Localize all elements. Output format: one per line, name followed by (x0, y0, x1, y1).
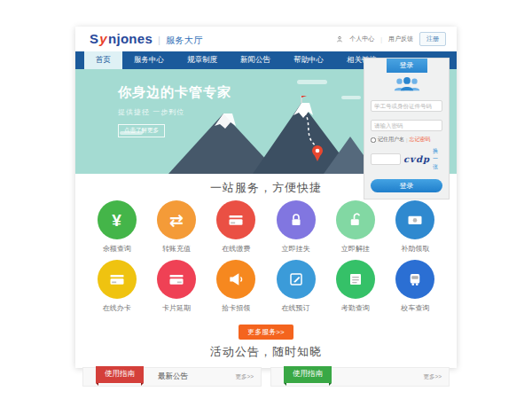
banknote-icon[interactable] (395, 200, 434, 239)
service-label: 立即挂失 (282, 244, 310, 254)
service-label: 在线办卡 (103, 303, 131, 313)
service-item[interactable]: 考勤查询 (325, 260, 385, 313)
options-divider: | (406, 137, 408, 143)
header-separator: | (380, 36, 382, 43)
service-label: 校车查询 (401, 303, 429, 313)
service-label: 在线预订 (282, 303, 310, 313)
edit-booking-icon[interactable] (277, 260, 316, 299)
guide-panel-right: 使用指南 更多>> (270, 367, 450, 387)
announcements-title: 活动公告，随时知晓 (75, 344, 457, 360)
lock-icon[interactable] (277, 200, 316, 239)
transfer-arrows-icon[interactable]: ⇄ (157, 200, 196, 239)
personal-center-link[interactable]: 个人中心 (349, 35, 374, 43)
service-item[interactable]: 立即挂失 (266, 200, 325, 254)
logo-text-rest: njones (108, 31, 153, 46)
ribbon-tab-guide[interactable]: 使用指南 (96, 366, 144, 383)
site-title: 服务大厅 (166, 35, 202, 47)
remember-label: 记住用户名 (378, 136, 404, 144)
service-label: 卡片延期 (162, 303, 191, 313)
service-item[interactable]: ⇄ 转账充值 (146, 200, 206, 254)
captcha-refresh-link[interactable]: 换一张 (433, 147, 442, 171)
hero-cta-button[interactable]: 点击了解更多 (118, 124, 165, 137)
new-card-icon[interactable] (98, 260, 137, 299)
logo-divider: | (158, 35, 160, 45)
announcements-section: 活动公告，随时知晓 使用指南 最新公告 更多>> 使用指南 更多>> (75, 340, 457, 387)
school-bus-icon[interactable] (395, 260, 434, 299)
service-item[interactable]: 校车查询 (385, 260, 444, 313)
service-item[interactable]: 在线预订 (266, 260, 325, 313)
hero-title: 你身边的卡管专家 (118, 84, 231, 101)
unlock-icon[interactable] (336, 200, 375, 239)
forgot-password-link[interactable]: 忘记密码 (410, 136, 431, 144)
login-panel: 登录 记住用户名 | 忘记密码 cvdp 换一张 登录 (364, 58, 450, 200)
service-item[interactable]: 在线办卡 (87, 260, 146, 313)
nav-item-service-center[interactable]: 服务中心 (122, 51, 176, 69)
service-label: 在线缴费 (222, 244, 250, 254)
brand-logo[interactable]: S y njones | 服务大厅 (90, 31, 202, 47)
more-link[interactable]: 更多>> (235, 373, 254, 381)
cloud-shape (297, 80, 327, 84)
service-item[interactable]: ¥ 余额查询 (87, 200, 146, 254)
ribbon-tab-guide[interactable]: 使用指南 (284, 366, 332, 383)
users-group-icon (392, 76, 422, 91)
attendance-list-icon[interactable] (336, 260, 375, 299)
nav-item-home[interactable]: 首页 (84, 51, 122, 69)
card-renew-icon[interactable] (157, 260, 196, 299)
login-options-row: 记住用户名 | 忘记密码 (371, 136, 442, 144)
service-label: 转账充值 (162, 244, 191, 254)
pay-card-icon[interactable] (216, 200, 255, 239)
captcha-row: cvdp 换一张 (371, 147, 442, 171)
service-item[interactable]: 在线缴费 (207, 200, 266, 254)
service-label: 考勤查询 (341, 303, 370, 313)
remember-checkbox[interactable] (371, 137, 376, 143)
logo-text: S (90, 31, 98, 46)
more-services-button[interactable]: 更多服务>> (239, 325, 293, 340)
service-label: 立即解挂 (341, 244, 370, 254)
nav-item-regulations[interactable]: 规章制度 (176, 51, 229, 69)
more-link[interactable]: 更多>> (423, 373, 442, 381)
login-submit-button[interactable]: 登录 (371, 179, 442, 192)
logo-accent: y (99, 31, 107, 46)
feedback-link[interactable]: 用户反馈 (388, 35, 413, 43)
password-input[interactable] (371, 120, 442, 131)
register-button[interactable]: 注册 (419, 32, 446, 46)
hero-text: 你身边的卡管专家 提供捷径 一步到位 点击了解更多 (118, 84, 231, 137)
service-label: 补助领取 (401, 244, 429, 254)
header-utility-links: 个人中心 | 用户反馈 注册 (336, 32, 446, 46)
hero-subtitle: 提供捷径 一步到位 (118, 107, 231, 117)
service-label: 余额查询 (103, 244, 131, 254)
login-tab[interactable]: 登录 (387, 59, 427, 73)
service-item[interactable]: 卡片延期 (146, 260, 206, 313)
service-item[interactable]: 补助领取 (385, 200, 444, 254)
captcha-input[interactable] (371, 153, 401, 165)
services-grid: ¥ 余额查询 ⇄ 转账充值 在线缴费 立即挂失 (87, 200, 445, 319)
service-item[interactable]: 拾卡招领 (207, 260, 266, 313)
announcement-panels: 使用指南 最新公告 更多>> 使用指南 更多>> (82, 367, 450, 387)
top-header: S y njones | 服务大厅 个人中心 | 用户反馈 注册 (75, 27, 457, 51)
hero-banner: 你身边的卡管专家 提供捷径 一步到位 点击了解更多 登录 (75, 69, 457, 174)
site-window: S y njones | 服务大厅 个人中心 | 用户反馈 注册 首页 服务中心… (75, 27, 457, 368)
user-icon (336, 35, 343, 43)
captcha-image[interactable]: cvdp (403, 154, 430, 164)
tab-latest-announcements[interactable]: 最新公告 (158, 372, 188, 382)
nav-item-help-center[interactable]: 帮助中心 (282, 51, 335, 69)
balance-yuan-icon[interactable]: ¥ (98, 200, 137, 239)
service-item[interactable]: 立即解挂 (325, 200, 385, 254)
service-label: 拾卡招领 (222, 303, 250, 313)
username-input[interactable] (371, 100, 442, 112)
guide-panel-left: 使用指南 最新公告 更多>> (82, 367, 262, 387)
megaphone-icon[interactable] (216, 260, 255, 299)
nav-item-news[interactable]: 新闻公告 (229, 51, 282, 69)
